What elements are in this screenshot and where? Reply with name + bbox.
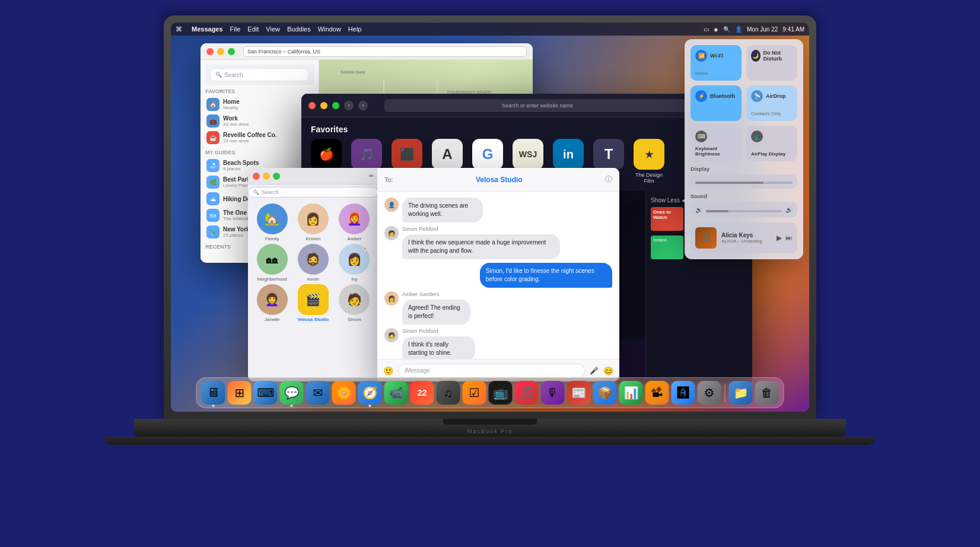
msg-bubble-5: I think it's really starting to shine. bbox=[402, 336, 475, 359]
messages-toolbar: ✏ bbox=[248, 168, 378, 185]
cc-keyboard-header: ⌨ bbox=[695, 131, 737, 142]
search-icon[interactable]: 🔍 bbox=[723, 26, 730, 33]
kristen-name: Kristen bbox=[306, 236, 321, 241]
velosa-name: Velosa Studio bbox=[298, 317, 329, 322]
chat-input[interactable]: iMessage bbox=[398, 364, 585, 378]
dock-files[interactable]: 📁 bbox=[729, 381, 753, 405]
beach-name: Beach Spots bbox=[223, 160, 259, 166]
dock-calendar[interactable]: 22 bbox=[411, 381, 434, 405]
coffee-info: Reveille Coffee Co. 23 min drive bbox=[223, 132, 277, 144]
dock-podcasts[interactable]: 🎙 bbox=[541, 381, 565, 405]
msg-col-5: Simon Pickford I think it's really start… bbox=[402, 328, 499, 359]
cc-wifi-tile[interactable]: 📶 Wi-Fi Home bbox=[691, 45, 742, 81]
dock-messages[interactable]: 💬 bbox=[280, 381, 304, 405]
dock-appletv[interactable]: 📺 bbox=[489, 381, 513, 405]
play-btn[interactable]: ▶ bbox=[777, 234, 782, 242]
safari-close[interactable] bbox=[308, 102, 316, 109]
macbook-base2 bbox=[104, 437, 876, 445]
wifi-icon[interactable]: ◈ bbox=[714, 26, 718, 33]
next-btn[interactable]: ⏭ bbox=[785, 234, 793, 242]
safari-back[interactable]: ‹ bbox=[344, 101, 354, 110]
maps-search[interactable]: 🔍 Search bbox=[210, 68, 309, 81]
dock-trash[interactable]: 🗑 bbox=[755, 381, 779, 405]
maps-titlebar: San Francisco – California, US bbox=[201, 43, 533, 60]
app-name-menu[interactable]: Messages bbox=[192, 26, 223, 33]
contact-velosa[interactable]: 🎬 Velosa Studio bbox=[294, 284, 332, 322]
apple-menu[interactable]: ⌘ bbox=[176, 26, 182, 33]
buddies-menu[interactable]: Buddies bbox=[287, 26, 311, 33]
msg-row-3: Simon, I'd like to finesse the night sce… bbox=[384, 263, 612, 288]
cc-dnd-tile[interactable]: 🌙 Do Not Disturb bbox=[746, 45, 797, 81]
maps-coffee[interactable]: ☕ Reveille Coffee Co. 23 min drive bbox=[205, 129, 314, 146]
msg-close[interactable] bbox=[253, 173, 260, 180]
msg-minimize[interactable] bbox=[263, 173, 270, 180]
msg-row-4: 👩 Amber Sanders Agreed! The ending is pe… bbox=[384, 291, 612, 325]
dock-launchpad[interactable]: ⊞ bbox=[228, 381, 252, 405]
cc-keyboard-tile[interactable]: ⌨ Keyboard Brightness bbox=[691, 126, 742, 161]
chat-info-icon[interactable]: ⓘ bbox=[605, 174, 612, 185]
file-menu[interactable]: File bbox=[230, 26, 241, 33]
dock-reminders[interactable]: ☑ bbox=[463, 381, 486, 405]
messages-contacts: 🏡 Family 👩 Kristen 👩‍🦰 Amber bbox=[248, 198, 378, 328]
dock-appstore[interactable]: 🅰 bbox=[672, 381, 695, 405]
compose-icon[interactable]: ✏ bbox=[369, 173, 374, 179]
maps-home[interactable]: 🏠 Home Nearby bbox=[205, 96, 314, 113]
cc-bt-tile[interactable]: ⚡ Bluetooth bbox=[691, 85, 742, 121]
linkedin-fav-icon: in bbox=[553, 139, 584, 170]
safari-forward[interactable]: › bbox=[358, 101, 368, 110]
dock-facetime[interactable]: 📹 bbox=[384, 381, 408, 405]
home-info: Home Nearby bbox=[223, 98, 240, 110]
news-icon: 📰 bbox=[571, 386, 586, 400]
safari-url-bar[interactable]: Search or enter website name bbox=[384, 99, 691, 112]
finder-dot bbox=[212, 405, 215, 407]
dock-transloader[interactable]: 📦 bbox=[593, 381, 617, 405]
emoji-icon[interactable]: 🙂 bbox=[383, 366, 393, 376]
contact-kristen[interactable]: 👩 Kristen bbox=[294, 203, 332, 241]
cc-airdrop-tile[interactable]: 📡 AirDrop Contacts Only bbox=[746, 85, 797, 121]
contact-neighborhood[interactable]: 🏘 Neighborhood bbox=[253, 244, 291, 282]
close-button[interactable] bbox=[206, 48, 214, 55]
user-icon[interactable]: 👤 bbox=[735, 26, 742, 33]
cc-bt-header: ⚡ Bluetooth bbox=[695, 90, 737, 102]
contact-janelle[interactable]: 👩‍🦱 Janelle bbox=[253, 284, 291, 322]
help-menu[interactable]: Help bbox=[348, 26, 362, 33]
messages-search[interactable]: 🔍 Search bbox=[248, 187, 378, 198]
window-menu[interactable]: Window bbox=[318, 26, 341, 33]
dock-terminal[interactable]: ⌨ bbox=[254, 381, 278, 405]
contact-ivy[interactable]: 👩 • Ivy bbox=[335, 244, 374, 282]
safari-maximize[interactable] bbox=[332, 102, 339, 109]
mic-icon[interactable]: 🎤 bbox=[590, 367, 599, 375]
dock-numbers[interactable]: 📊 bbox=[619, 381, 643, 405]
emoji-picker-icon[interactable]: 😊 bbox=[603, 366, 613, 376]
contact-kevin[interactable]: 🧔 Kevin bbox=[294, 244, 332, 282]
cc-airplay-tile[interactable]: 📺 AirPlay Display bbox=[746, 126, 797, 161]
edit-menu[interactable]: Edit bbox=[247, 26, 259, 33]
dock-mail[interactable]: ✉ bbox=[306, 381, 330, 405]
safari-minimize[interactable] bbox=[320, 102, 327, 109]
maximize-button[interactable] bbox=[228, 48, 235, 55]
msg-sender-2: Simon Pickford bbox=[402, 226, 612, 232]
minimize-button[interactable] bbox=[217, 48, 224, 55]
dock-music-dark[interactable]: ♫ bbox=[437, 381, 460, 405]
dock-prefs[interactable]: ⚙ bbox=[698, 381, 721, 405]
contact-family[interactable]: 🏡 Family bbox=[253, 203, 291, 241]
show-less[interactable]: Show Less ◀ bbox=[651, 197, 686, 203]
parks-icon: 🌿 bbox=[206, 176, 219, 189]
janelle-name: Janelle bbox=[265, 317, 279, 322]
a-fav-icon: A bbox=[432, 139, 463, 170]
dock-news[interactable]: 📰 bbox=[567, 381, 591, 405]
dock-safari[interactable]: 🧭 bbox=[358, 381, 382, 405]
msg-maximize[interactable] bbox=[273, 173, 280, 180]
maps-work[interactable]: 💼 Work 33 min drive bbox=[205, 113, 314, 129]
view-menu[interactable]: View bbox=[266, 26, 280, 33]
contact-simon[interactable]: 🧑 Simon bbox=[335, 284, 374, 322]
fav-design[interactable]: ★ The Design Film bbox=[634, 139, 664, 184]
msg-sender-4: Amber Sanders bbox=[402, 291, 494, 297]
dock-photos[interactable]: 🌼 bbox=[332, 381, 356, 405]
map-label-gate: Golden Gate bbox=[341, 70, 365, 74]
dock-keynote[interactable]: 📽 bbox=[645, 381, 669, 405]
dock-finder[interactable]: 🖥 bbox=[202, 381, 225, 405]
contact-amber[interactable]: 👩‍🦰 Amber bbox=[335, 203, 374, 241]
cc-display-fill bbox=[695, 182, 763, 184]
dock-music[interactable]: 🎵 bbox=[515, 381, 539, 405]
